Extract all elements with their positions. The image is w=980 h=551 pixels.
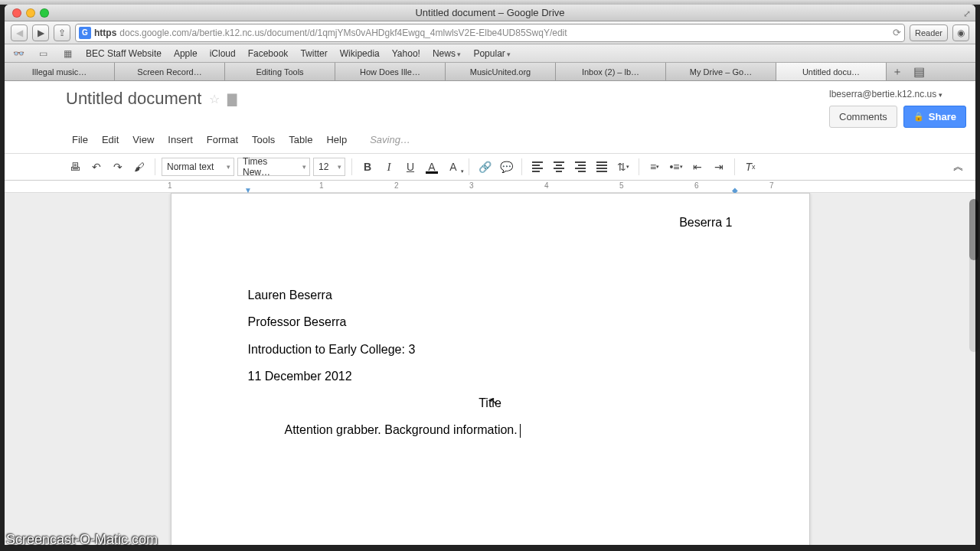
highlight-color-button[interactable]: A▾ bbox=[444, 158, 462, 176]
ruler-tick: 4 bbox=[544, 181, 549, 190]
underline-button[interactable]: U bbox=[401, 158, 420, 176]
tab-overview-button[interactable]: ▤ bbox=[908, 63, 929, 80]
numbered-list-button[interactable]: ≡▾ bbox=[645, 158, 664, 176]
insert-comment-icon[interactable]: 💬 bbox=[497, 158, 515, 176]
bookmark-item[interactable]: Yahoo! bbox=[392, 48, 420, 59]
bookmark-item[interactable]: Apple bbox=[174, 48, 198, 59]
menu-edit[interactable]: Edit bbox=[96, 131, 125, 148]
browser-tab[interactable]: MusicUnited.org bbox=[446, 63, 556, 80]
url-scheme: https bbox=[94, 28, 116, 38]
bookmark-item[interactable]: iCloud bbox=[210, 48, 236, 59]
forward-button[interactable]: ▶ bbox=[32, 24, 49, 41]
ruler-tick: 2 bbox=[394, 181, 399, 190]
account-email[interactable]: lbeserra@bertie.k12.nc.us bbox=[829, 89, 966, 99]
zoom-window-button[interactable] bbox=[40, 8, 49, 18]
bookmark-item[interactable]: News bbox=[433, 48, 462, 59]
document-title[interactable]: Untitled document bbox=[66, 89, 201, 109]
document-page[interactable]: Beserra 1 Lauren Beserra Professor Beser… bbox=[171, 193, 810, 545]
menu-format[interactable]: Format bbox=[201, 131, 244, 148]
align-right-button[interactable] bbox=[571, 158, 590, 176]
top-sites-icon[interactable]: ▦ bbox=[61, 48, 74, 59]
share-button[interactable]: 🔒 Share bbox=[903, 106, 966, 128]
font-size-select[interactable]: 12 bbox=[313, 158, 345, 176]
bookmark-item[interactable]: Popular bbox=[473, 48, 511, 59]
reload-icon[interactable]: ⟳ bbox=[893, 27, 901, 38]
docs-toolbar: 🖶 ↶ ↷ 🖌 Normal text Times New… 12 B I U … bbox=[5, 153, 975, 181]
paragraph-style-select[interactable]: Normal text bbox=[162, 158, 234, 176]
undo-icon[interactable]: ↶ bbox=[87, 158, 106, 176]
ruler-tick: 7 bbox=[769, 181, 774, 190]
collapse-toolbar-icon[interactable]: ︽ bbox=[949, 158, 968, 176]
decrease-indent-button[interactable]: ⇤ bbox=[688, 158, 707, 176]
reading-list-icon[interactable]: 👓 bbox=[12, 48, 24, 59]
bookmark-item[interactable]: Wikipedia bbox=[340, 48, 380, 59]
italic-button[interactable]: I bbox=[380, 158, 398, 176]
browser-tab[interactable]: How Does Ille… bbox=[335, 63, 446, 80]
fullscreen-icon[interactable]: ⤢ bbox=[963, 8, 971, 19]
lock-icon: 🔒 bbox=[913, 112, 924, 122]
horizontal-ruler[interactable]: 1 1 2 3 4 5 6 7 ▼ ◆ bbox=[5, 181, 975, 193]
increase-indent-button[interactable]: ⇥ bbox=[710, 158, 728, 176]
doc-body-line[interactable]: Attention grabber. Background informatio… bbox=[248, 416, 733, 443]
bulleted-list-button[interactable]: •≡▾ bbox=[667, 158, 685, 176]
doc-text-line[interactable]: Lauren Beserra bbox=[248, 282, 733, 308]
browser-tab[interactable]: Screen Record… bbox=[115, 63, 225, 80]
paint-format-icon[interactable]: 🖌 bbox=[130, 158, 149, 176]
comments-button[interactable]: Comments bbox=[829, 106, 897, 128]
browser-tabstrip: Illegal music… Screen Record… Editing To… bbox=[5, 63, 975, 81]
share-label: Share bbox=[929, 111, 956, 122]
docs-menubar: File Edit View Insert Format Tools Table… bbox=[5, 128, 975, 153]
browser-tab[interactable]: Illegal music… bbox=[5, 63, 115, 80]
menu-insert[interactable]: Insert bbox=[162, 131, 199, 148]
reader-button[interactable]: Reader bbox=[910, 24, 948, 41]
address-bar[interactable]: G https docs.google.com/a/bertie.k12.nc.… bbox=[75, 24, 905, 42]
menu-help[interactable]: Help bbox=[320, 131, 353, 148]
browser-tab[interactable]: Editing Tools bbox=[225, 63, 335, 80]
bookmark-item[interactable]: Facebook bbox=[248, 48, 289, 59]
bookmarks-icon[interactable]: ▭ bbox=[37, 48, 49, 59]
minimize-window-button[interactable] bbox=[26, 8, 35, 18]
text-color-button[interactable]: A bbox=[423, 158, 441, 176]
browser-tab[interactable]: Inbox (2) – lb… bbox=[556, 63, 666, 80]
close-window-button[interactable] bbox=[12, 8, 21, 18]
downloads-button[interactable]: ◉ bbox=[952, 24, 969, 41]
new-tab-button[interactable]: ＋ bbox=[887, 63, 908, 80]
star-icon[interactable]: ☆ bbox=[209, 92, 220, 106]
insert-link-icon[interactable]: 🔗 bbox=[475, 158, 494, 176]
align-justify-button[interactable] bbox=[593, 158, 611, 176]
doc-body-text: Attention grabber. Background informatio… bbox=[285, 423, 518, 436]
bookmark-item[interactable]: BEC Staff Website bbox=[86, 48, 162, 59]
align-center-button[interactable] bbox=[550, 158, 568, 176]
ruler-tick: 6 bbox=[694, 181, 699, 190]
line-spacing-button[interactable]: ⇅▾ bbox=[614, 158, 632, 176]
share-page-button[interactable]: ⇪ bbox=[54, 24, 70, 41]
menu-file[interactable]: File bbox=[66, 131, 94, 148]
clear-formatting-button[interactable]: Tx bbox=[741, 158, 760, 176]
watermark: Screencast-O-Matic.com bbox=[6, 532, 158, 548]
back-button[interactable]: ◀ bbox=[11, 24, 28, 41]
doc-text-line[interactable]: 11 December 2012 bbox=[248, 363, 733, 390]
save-status: Saving… bbox=[370, 134, 410, 145]
folder-icon[interactable]: ▇ bbox=[227, 92, 237, 106]
scrollbar[interactable] bbox=[969, 199, 978, 352]
browser-tab-active[interactable]: Untitled docu… bbox=[776, 63, 887, 80]
doc-text-line[interactable]: Introduction to Early College: 3 bbox=[248, 336, 733, 363]
menu-view[interactable]: View bbox=[126, 131, 160, 148]
menu-table[interactable]: Table bbox=[283, 131, 318, 148]
redo-icon[interactable]: ↷ bbox=[109, 158, 127, 176]
window-titlebar: Untitled document – Google Drive ⤢ bbox=[5, 5, 975, 21]
bold-button[interactable]: B bbox=[358, 158, 377, 176]
bookmark-item[interactable]: Twitter bbox=[300, 48, 327, 59]
docs-header: Untitled document ☆ ▇ lbeserra@bertie.k1… bbox=[5, 81, 975, 128]
align-left-button[interactable] bbox=[528, 158, 547, 176]
bookmarks-bar: 👓 ▭ ▦ BEC Staff Website Apple iCloud Fac… bbox=[5, 44, 975, 63]
scrollbar-thumb[interactable] bbox=[969, 199, 978, 260]
doc-text-line[interactable]: Professor Beserra bbox=[248, 308, 733, 335]
site-favicon-icon: G bbox=[79, 27, 91, 39]
font-family-select[interactable]: Times New… bbox=[237, 158, 310, 176]
page-header[interactable]: Beserra 1 bbox=[248, 209, 733, 236]
print-icon[interactable]: 🖶 bbox=[66, 158, 84, 176]
browser-tab[interactable]: My Drive – Go… bbox=[666, 63, 776, 80]
menu-tools[interactable]: Tools bbox=[246, 131, 281, 148]
doc-title-line[interactable]: Title ↖ bbox=[248, 390, 733, 416]
